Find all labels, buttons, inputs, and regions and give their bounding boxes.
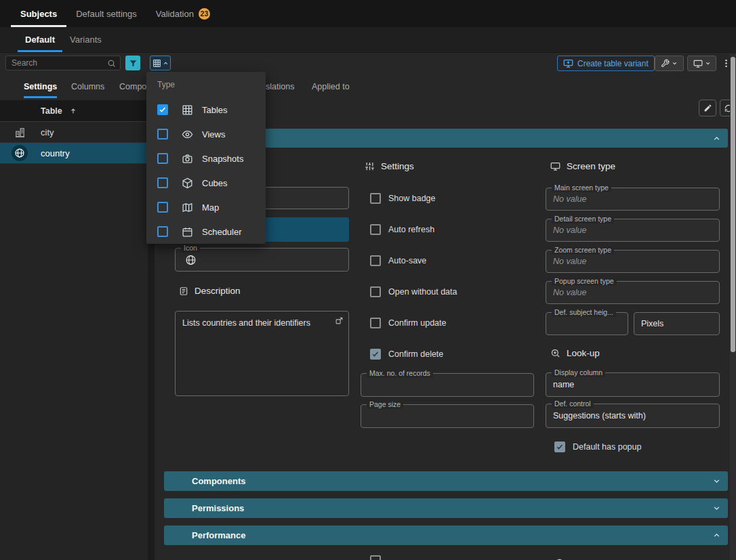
type-option-tables[interactable]: Tables (146, 98, 266, 122)
checkbox-icon[interactable] (157, 153, 168, 164)
checkbox-checked-icon[interactable] (554, 441, 565, 452)
lookup-header: Look-up (550, 348, 600, 358)
tab-variants-label: Variants (70, 35, 102, 45)
sort-ascending-icon[interactable] (69, 107, 77, 115)
checkbox-label: Confirm update (388, 318, 446, 328)
section-permissions-bar[interactable]: Permissions (164, 498, 728, 518)
checkbox-icon[interactable] (370, 193, 381, 204)
checkbox-icon[interactable] (157, 202, 168, 213)
tab-default-label: Default (25, 35, 55, 45)
checkbox-label: Show badge (388, 194, 436, 203)
edit-button[interactable] (699, 100, 716, 116)
checkbox-icon[interactable] (157, 177, 168, 188)
tab-default-settings[interactable]: Default settings (66, 0, 146, 27)
tab-translations-partial[interactable]: slations (266, 74, 294, 98)
search-box (5, 56, 121, 70)
page-size-field[interactable]: Page size (361, 404, 534, 428)
def-subject-height-field[interactable]: Def. subject heig... (546, 312, 628, 335)
camera-icon (182, 153, 193, 165)
checkbox-icon[interactable] (157, 129, 168, 139)
checkbox-icon[interactable] (370, 255, 381, 266)
checkbox-open-without-data[interactable]: Open without data (370, 286, 457, 297)
top-navigation: Subjects Default settings Validation 23 (0, 0, 736, 27)
type-filter-button[interactable] (150, 56, 171, 70)
scrollbar-track (730, 54, 736, 560)
funnel-icon (129, 59, 138, 68)
type-option-views[interactable]: Views (146, 122, 266, 146)
table-grid-icon (152, 59, 161, 68)
tab-subjects-label: Subjects (20, 9, 57, 19)
chevron-down-icon (705, 60, 711, 66)
checkbox-auto-save[interactable]: Auto-save (370, 255, 426, 266)
checkbox-icon[interactable] (157, 226, 168, 237)
globe-icon (185, 254, 197, 265)
checkbox-confirm-delete[interactable]: Confirm delete (370, 349, 443, 360)
type-option-label: Tables (202, 105, 228, 115)
section-performance-bar[interactable]: Performance (164, 525, 728, 545)
checkbox-icon[interactable] (370, 224, 381, 235)
checkbox-label: Auto refresh (388, 225, 434, 234)
description-textarea[interactable]: Lists countries and their identifiers (175, 311, 349, 396)
tools-dropdown-button[interactable] (655, 56, 684, 71)
scrollbar-thumb[interactable] (731, 57, 735, 352)
type-option-label: Scheduler (202, 227, 242, 237)
detail-screen-type-field[interactable]: Detail screen type No value (546, 219, 720, 242)
page-size-label: Page size (367, 400, 403, 409)
table-icon (182, 104, 193, 116)
checkbox-default-has-popup[interactable]: Default has popup (554, 441, 641, 452)
screen-type-header-label: Screen type (567, 161, 615, 171)
table-list-header[interactable]: Table (0, 100, 148, 122)
description-text: Lists countries and their identifiers (182, 318, 331, 328)
type-option-map[interactable]: Map (146, 195, 266, 219)
screen-plus-icon (563, 58, 573, 68)
main-screen-type-field[interactable]: Main screen type No value (546, 188, 720, 211)
screen-dropdown-button[interactable] (687, 56, 716, 71)
field-value: No value (553, 257, 586, 266)
section-components-bar[interactable]: Components (164, 471, 728, 491)
field-label: Detail screen type (552, 215, 614, 223)
tab-subjects[interactable]: Subjects (11, 0, 66, 27)
expand-icon[interactable] (335, 316, 344, 325)
tab-settings[interactable]: Settings (24, 74, 57, 98)
type-option-cubes[interactable]: Cubes (146, 171, 266, 195)
table-row-city[interactable]: city (0, 122, 148, 143)
search-input[interactable] (6, 58, 107, 68)
partial-checkbox[interactable] (370, 555, 381, 560)
tab-applied-to[interactable]: Applied to (312, 74, 350, 98)
height-unit-select[interactable]: Pixels (634, 312, 720, 335)
type-option-snapshots[interactable]: Snapshots (146, 146, 266, 171)
max-records-field[interactable]: Max. no. of records (361, 373, 534, 397)
filter-button[interactable] (125, 56, 140, 70)
popup-screen-type-field[interactable]: Popup screen type No value (546, 281, 720, 304)
type-option-scheduler[interactable]: Scheduler (146, 219, 266, 244)
def-control-field[interactable]: Def. control Suggestions (starts with) (546, 404, 720, 428)
city-icon (14, 127, 26, 138)
checkbox-icon[interactable] (370, 286, 381, 297)
tab-columns-label: Columns (71, 82, 104, 91)
tab-applied-to-label: Applied to (312, 82, 350, 91)
tab-components-partial[interactable]: Compo (119, 74, 146, 98)
screen-type-header: Screen type (550, 161, 615, 171)
tab-columns[interactable]: Columns (71, 74, 104, 98)
zoom-screen-type-field[interactable]: Zoom screen type No value (546, 250, 720, 273)
tab-variants[interactable]: Variants (62, 27, 109, 52)
icon-field[interactable]: Icon (175, 248, 349, 272)
checkbox-checked-icon[interactable] (370, 349, 381, 360)
checkbox-confirm-update[interactable]: Confirm update (370, 318, 446, 328)
unit-value: Pixels (641, 319, 663, 328)
tab-default[interactable]: Default (18, 27, 62, 52)
field-label: Def. subject heig... (552, 308, 616, 317)
field-value: Suggestions (starts with) (553, 411, 646, 421)
table-row-country[interactable]: country (0, 143, 148, 164)
checkbox-label: Default has popup (573, 442, 641, 452)
tab-validation[interactable]: Validation 23 (146, 0, 220, 27)
checkbox-auto-refresh[interactable]: Auto refresh (370, 224, 434, 235)
max-records-label: Max. no. of records (367, 369, 433, 378)
display-column-field[interactable]: Display column name (546, 372, 720, 397)
table-column-header: Table (41, 106, 62, 116)
checkbox-checked-icon[interactable] (157, 104, 168, 115)
chevron-up-icon (712, 531, 721, 540)
checkbox-icon[interactable] (370, 318, 381, 328)
checkbox-show-badge[interactable]: Show badge (370, 193, 436, 204)
create-table-variant-button[interactable]: Create table variant (557, 56, 655, 71)
